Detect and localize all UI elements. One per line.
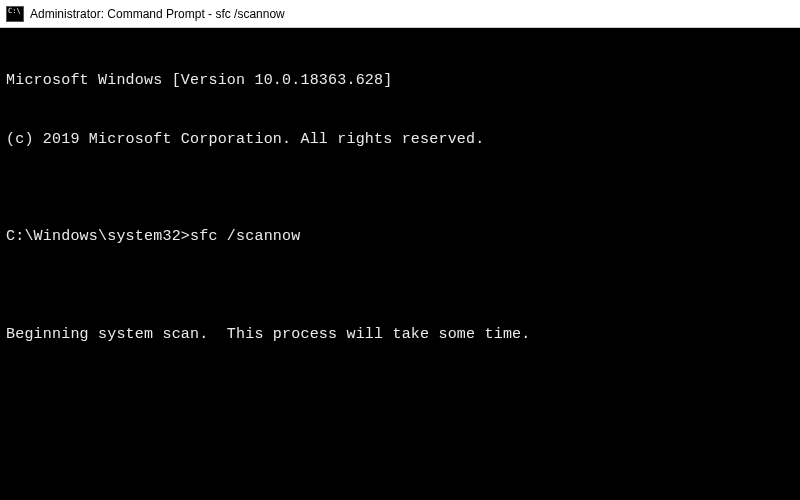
command-prompt-window: Administrator: Command Prompt - sfc /sca… (0, 0, 800, 500)
status-line: Beginning system scan. This process will… (6, 325, 794, 345)
titlebar[interactable]: Administrator: Command Prompt - sfc /sca… (0, 0, 800, 28)
prompt-line: C:\Windows\system32>sfc /scannow (6, 227, 794, 247)
prompt-path: C:\Windows\system32> (6, 227, 190, 247)
version-line: Microsoft Windows [Version 10.0.18363.62… (6, 71, 794, 91)
entered-command: sfc /scannow (190, 227, 300, 247)
window-title: Administrator: Command Prompt - sfc /sca… (30, 7, 285, 21)
copyright-line: (c) 2019 Microsoft Corporation. All righ… (6, 130, 794, 150)
terminal-area[interactable]: Microsoft Windows [Version 10.0.18363.62… (0, 28, 800, 500)
cmd-icon (6, 6, 24, 22)
